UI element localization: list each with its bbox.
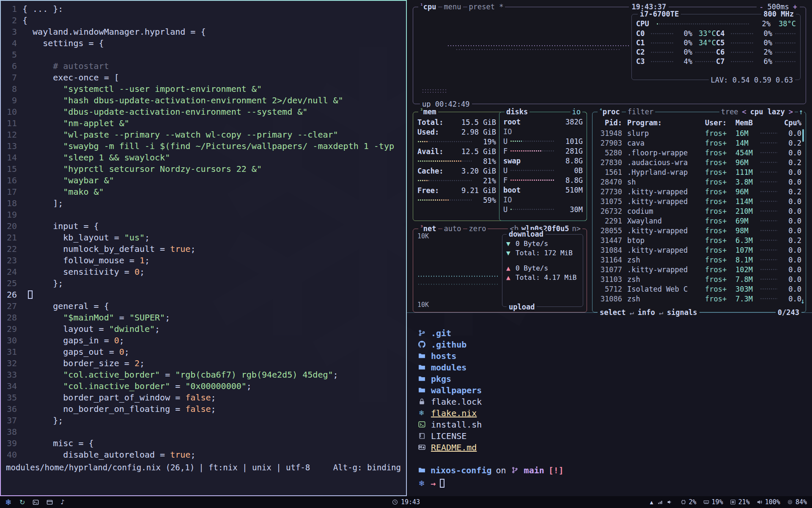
editor-line[interactable]: 32 border_size = 2; (1, 358, 406, 369)
bar-module-volume[interactable]: 100% (757, 498, 780, 506)
bar-module-disk[interactable]: 21% (730, 498, 750, 506)
editor-line[interactable]: 31 gaps_out = 0; (1, 346, 406, 358)
menu-button[interactable]: menu (442, 3, 463, 11)
editor-line[interactable]: 3 wayland.windowManager.hyprland = { (1, 26, 406, 38)
editor-line[interactable]: 33 "col.active_border" = "rgb(cba6f7) rg… (1, 369, 406, 381)
proc-signals-button[interactable]: signals (667, 308, 697, 317)
proc-row[interactable]: 26732codiumfros+210M0.0 (598, 206, 801, 216)
editor-line[interactable]: 29 layout = "dwindle"; (1, 323, 406, 335)
proc-header-user[interactable]: User: (705, 119, 735, 127)
proc-row[interactable]: 5280.floorp-wrappefros+454M0.0 (598, 148, 801, 157)
proc-filter-button[interactable]: filter (626, 108, 655, 116)
editor-line[interactable]: 26 (1, 289, 406, 301)
terminal-window[interactable]: .git.githubhostsmodulespkgswallpapersfla… (407, 312, 812, 496)
editor-line[interactable]: 28 "$mainMod" = "SUPER"; (1, 312, 406, 323)
editor-line[interactable]: 10 "dbus-update-activation-environment -… (1, 106, 406, 118)
bar-module-memory[interactable]: 19% (703, 498, 723, 506)
editor-line[interactable]: 16 "waybar &" (1, 175, 406, 186)
editor-line[interactable]: 20 input = { (1, 221, 406, 232)
proc-row[interactable]: 2291Xwaylandfros+69M0.0 (598, 216, 801, 226)
bar-reload-button[interactable]: ↻ (19, 498, 25, 506)
proc-scroll-down[interactable]: ↓ (801, 297, 805, 305)
editor-line[interactable]: 22 numlock_by_default = true; (1, 243, 406, 255)
proc-row[interactable]: 1561.Hyprland-wrapfros+111M0.0 (598, 167, 801, 177)
proc-info-button[interactable]: info (638, 308, 655, 317)
editor-line[interactable]: 11 "nm-applet &" (1, 118, 406, 129)
editor-line[interactable]: 23 follow_mouse = 1; (1, 255, 406, 266)
editor-line[interactable]: 15 "hyprctl setcursor Nordzy-cursors 22 … (1, 163, 406, 175)
bar-nix-logo-button[interactable]: ❄ (5, 497, 12, 507)
proc-header-pid[interactable]: Pid: (598, 119, 622, 127)
editor-line[interactable]: 8 "systemctl --user import-environment &… (1, 83, 406, 95)
editor-line[interactable]: 17 "mako &" (1, 186, 406, 198)
editor-line[interactable]: 39 misc = { (1, 438, 406, 449)
bar-panel-button[interactable] (47, 499, 53, 505)
tray-vol-icon[interactable] (667, 500, 672, 505)
editor-line[interactable]: 24 sensitivity = 0; (1, 266, 406, 278)
proc-row[interactable]: 27903cavafros+14M0.2 (598, 138, 801, 148)
proc-row[interactable]: 31084.kitty-wrappedfros+107M0.0 (598, 245, 801, 255)
proc-sort-prev-button[interactable]: < (742, 108, 746, 116)
editor-line[interactable]: 34 "col.inactive_border" = "0x00000000"; (1, 381, 406, 392)
bar-clock-module[interactable]: 19:43 (392, 498, 420, 506)
proc-row[interactable]: 27830.audacious-wrafros+96M0.2 (598, 157, 801, 167)
editor-line[interactable]: 25 }; (1, 278, 406, 289)
editor-line[interactable]: 5 (1, 49, 406, 61)
proc-row[interactable]: 31447btopfros+6.3M0.2 (598, 235, 801, 245)
disk-meter-key: U (503, 166, 510, 175)
editor-line[interactable]: 2{ (1, 15, 406, 26)
proc-row[interactable]: 5712Isolated Web Cfros+303M0.0 (598, 284, 801, 294)
proc-row[interactable]: 31086zshfros+7.3M0.0 (598, 294, 801, 304)
proc-row[interactable]: 31103zshfros+7.8M0.0 (598, 274, 801, 284)
editor-line[interactable]: 35 border_part_of_window = false; (1, 392, 406, 403)
proc-row[interactable]: 28470shfros+3.8M0.0 (598, 177, 801, 187)
editor-buffer[interactable]: 1{ ... }:2{3 wayland.windowManager.hyprl… (1, 1, 406, 462)
editor-line[interactable]: 19 (1, 209, 406, 221)
editor-line[interactable]: 36 no_border_on_floating = false; (1, 403, 406, 415)
disks-io-toggle[interactable]: io (571, 108, 582, 116)
editor-line[interactable]: 21 kb_layout = "us"; (1, 232, 406, 243)
proc-scroll-up[interactable]: ↑ (798, 108, 804, 116)
proc-header-mem[interactable]: MemB (735, 119, 760, 127)
bar-terminal-button[interactable] (33, 499, 39, 505)
editor-line[interactable]: 9 "hash dbus-update-activation-environme… (1, 95, 406, 106)
net-zero-button[interactable]: zero (467, 224, 488, 233)
editor-line[interactable]: 37 }; (1, 415, 406, 426)
bar-module-brightness[interactable]: 84% (787, 498, 807, 506)
editor-line[interactable]: 13 "swaybg -m fill -i $(find ~/Pictures/… (1, 141, 406, 152)
editor-line[interactable]: 18 ]; (1, 198, 406, 209)
bar-module-chip[interactable]: 2% (680, 498, 697, 506)
proc-row[interactable]: 28055.kitty-wrappedfros+98M0.0 (598, 226, 801, 235)
btop-window[interactable]: ¹cpu menu preset * 19:43:37 - 500ms + i7 (407, 0, 812, 312)
line-number: 35 (1, 392, 22, 403)
editor-line[interactable]: 7 exec-once = [ (1, 72, 406, 83)
proc-header-program[interactable]: Program: (622, 119, 705, 127)
proc-row[interactable]: 31075.kitty-wrappedfros+114M0.0 (598, 196, 801, 206)
editor-line[interactable]: 12 "wl-paste --primary --watch wl-copy -… (1, 129, 406, 141)
bar-music-button[interactable]: ♪ (60, 498, 65, 506)
editor-line[interactable]: 1{ ... }: (1, 3, 406, 15)
preset-button[interactable]: preset * (467, 3, 505, 11)
editor-line[interactable]: 38 (1, 426, 406, 438)
editor-line[interactable]: 27 general = { (1, 301, 406, 312)
proc-tree-button[interactable]: tree (721, 108, 738, 116)
net-next-device-button[interactable]: n> (572, 224, 581, 233)
proc-row[interactable]: 31948slurpfros+16M0.0 (598, 128, 801, 138)
proc-row[interactable]: 27730.kitty-wrappedfros+96M0.2 (598, 187, 801, 196)
proc-header-cpu[interactable]: Cpu% (778, 119, 801, 127)
proc-mem-meter (760, 219, 778, 223)
net-auto-button[interactable]: auto (442, 224, 463, 233)
tray-arrow-icon[interactable]: ▲ (650, 500, 653, 505)
editor-line[interactable]: 4 settings = { (1, 38, 406, 49)
editor-line[interactable]: 40 disable_autoreload = true; (1, 449, 406, 461)
proc-sort-next-button[interactable]: > (789, 108, 793, 116)
proc-row[interactable]: 31077.kitty-wrappedfros+102M0.0 (598, 265, 801, 274)
editor-line[interactable]: 14 "sleep 1 && swaylock" (1, 152, 406, 163)
proc-select-button[interactable]: select (600, 308, 625, 317)
tray-net-icon[interactable] (658, 500, 663, 505)
proc-row[interactable]: 31164zshfros+8.1M0.0 (598, 255, 801, 265)
editor-window[interactable]: 1{ ... }:2{3 wayland.windowManager.hyprl… (0, 0, 407, 496)
editor-line[interactable]: 30 gaps_in = 0; (1, 335, 406, 346)
editor-line[interactable]: 6 # autostart (1, 61, 406, 72)
proc-scrollbar[interactable] (802, 129, 804, 142)
